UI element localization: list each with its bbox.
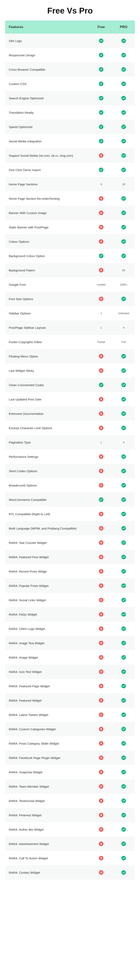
- free-value: [90, 368, 112, 373]
- feature-name: WooCommerce Compatible: [5, 498, 90, 502]
- table-row: Pagination Type14: [5, 435, 135, 449]
- feature-name: Font Size Options: [5, 297, 90, 301]
- check-icon: [121, 698, 126, 703]
- feature-name: Excerpt Character Limit Options: [5, 426, 90, 430]
- pro-value: [112, 670, 135, 674]
- check-icon: [121, 526, 126, 531]
- check-icon: [121, 497, 126, 502]
- check-icon: [121, 584, 126, 588]
- free-value: [90, 598, 112, 602]
- cross-icon: [99, 741, 104, 746]
- table-row: RARA: Featured Page Widget: [5, 679, 135, 693]
- free-value: [90, 454, 112, 459]
- free-text-value: Partial: [98, 340, 105, 344]
- feature-name: Translation Ready: [5, 110, 90, 115]
- table-row: Banner With Custom Image: [5, 206, 135, 220]
- free-value: [90, 411, 112, 416]
- cross-icon: [99, 368, 104, 373]
- pro-value: [112, 713, 135, 717]
- check-icon: [121, 641, 126, 645]
- cross-icon: [99, 698, 104, 703]
- cross-icon: [99, 627, 104, 631]
- pro-value: 16: [112, 183, 135, 186]
- table-row: RARA: Snapchat Widget: [5, 765, 135, 779]
- free-value: [90, 211, 112, 215]
- cross-icon: [99, 411, 104, 416]
- free-value: [90, 225, 112, 229]
- table-row: Translation Ready: [5, 105, 135, 119]
- pro-value: [112, 354, 135, 358]
- feature-name: RARA: Social Links Widget: [5, 598, 90, 602]
- table-row: One Click Demo Import: [5, 163, 135, 177]
- free-value: [90, 813, 112, 817]
- check-icon: [121, 196, 126, 201]
- cross-icon: [99, 770, 104, 774]
- pro-value: [112, 870, 135, 875]
- table-row: Breadcrumb Options: [5, 478, 135, 492]
- pro-value: [112, 67, 135, 72]
- free-value: [90, 53, 112, 57]
- table-row: RARA: Client Logo Widget: [5, 622, 135, 636]
- pro-value: [112, 110, 135, 115]
- check-icon: [121, 756, 126, 760]
- feature-name: Site Logo: [5, 39, 90, 43]
- check-icon: [121, 368, 126, 373]
- cross-icon: [99, 870, 104, 875]
- feature-name: RARA: Advertisement Widget: [5, 842, 90, 846]
- table-row: Post/Page Sidebar Layouts14: [5, 320, 135, 335]
- feature-name: RARA: Client Logo Widget: [5, 627, 90, 631]
- feature-name: Clean Commented Codes: [5, 383, 90, 387]
- check-icon: [121, 153, 126, 158]
- pro-value: [112, 139, 135, 143]
- check-icon: [121, 383, 126, 387]
- table-row: Speed Optimized: [5, 119, 135, 134]
- feature-name: Search Engine Optimized: [5, 96, 90, 100]
- feature-name: Cross Browser Compatible: [5, 67, 90, 72]
- check-icon: [99, 254, 104, 258]
- table-row: RARA: Facebook Page Plugin Widget: [5, 751, 135, 765]
- free-value: 1: [90, 312, 112, 315]
- free-value: [90, 770, 112, 774]
- check-icon: [121, 239, 126, 244]
- pro-value: [112, 153, 135, 158]
- free-value: [90, 38, 112, 43]
- check-icon: [99, 124, 104, 129]
- feature-name: RARA: Pinterest Widget: [5, 813, 90, 817]
- check-icon: [121, 670, 126, 674]
- free-value: [90, 856, 112, 861]
- free-value: [90, 483, 112, 488]
- table-row: Font Size Options: [5, 292, 135, 306]
- table-row: Home Page Section Re-order/Sorting: [5, 191, 135, 206]
- table-row: RARA: Author Bio Widget: [5, 822, 135, 837]
- table-row: RARA: Image Text Widget: [5, 636, 135, 650]
- table-row: Background Colour Option: [5, 249, 135, 263]
- free-value: [90, 397, 112, 401]
- check-icon: [121, 655, 126, 660]
- cross-icon: [99, 612, 104, 617]
- free-value: [90, 612, 112, 617]
- check-icon: [99, 497, 104, 502]
- check-icon: [121, 727, 126, 731]
- pro-value: [112, 225, 135, 229]
- cross-icon: [99, 397, 104, 401]
- check-icon: [121, 38, 126, 43]
- check-icon: [121, 454, 126, 459]
- table-body: Site LogoResponsive DesignCross Browser …: [5, 33, 135, 880]
- table-row: RARA: Latest Tweets Widget: [5, 708, 135, 722]
- check-icon: [121, 512, 126, 516]
- check-icon: [121, 397, 126, 401]
- check-icon: [121, 799, 126, 803]
- cross-icon: [99, 713, 104, 717]
- cross-icon: [99, 483, 104, 488]
- table-row: RARA: Advertisement Widget: [5, 837, 135, 851]
- pro-value: 4: [112, 441, 135, 444]
- cross-icon: [99, 239, 104, 244]
- pro-value: [112, 770, 135, 774]
- header-free: Free: [90, 21, 112, 33]
- check-icon: [99, 81, 104, 86]
- feature-name: Last Widget Sticky: [5, 369, 90, 373]
- feature-name: RTL Compatible (Right to Left): [5, 512, 90, 516]
- pro-value: [112, 454, 135, 459]
- free-value: [90, 627, 112, 631]
- check-icon: [99, 110, 104, 115]
